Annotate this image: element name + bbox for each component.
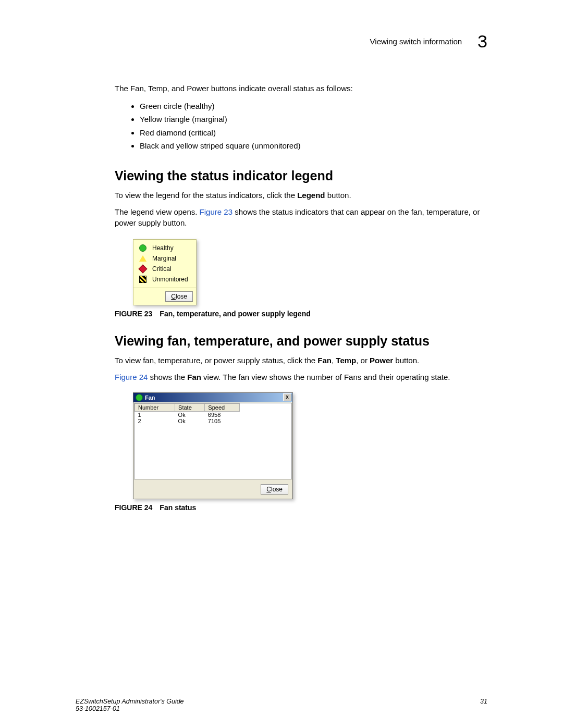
cell-number: 1: [135, 411, 175, 418]
list-item: Yellow triangle (marginal): [140, 113, 487, 126]
legend-list: Healthy Marginal Critical Unmonitored: [133, 240, 196, 288]
table-row[interactable]: 1 Ok 6958: [135, 411, 240, 418]
fan-icon: [136, 394, 143, 401]
fan-dialog-button-row: Close: [133, 480, 292, 499]
text: lose: [176, 293, 187, 300]
fan-table: Number State Speed 1 Ok 6958 2 Ok 7105: [134, 403, 240, 424]
cell-state: Ok: [175, 418, 205, 424]
bold-text: Temp: [336, 356, 356, 365]
text: To view fan, temperature, or power suppl…: [115, 356, 317, 365]
page-footer: EZSwitchSetup Administrator's Guide 53-1…: [76, 698, 487, 712]
figure-23-caption: FIGURE 23Fan, temperature, and power sup…: [115, 310, 487, 318]
table-row[interactable]: 2 Ok 7105: [135, 418, 240, 424]
critical-icon: [138, 266, 148, 272]
bold-text: Legend: [297, 191, 325, 200]
legend-row-unmonitored: Unmonitored: [138, 274, 192, 285]
chapter-number: 3: [478, 31, 487, 52]
bold-text: Fan: [187, 373, 201, 381]
header-section-title: Viewing switch information: [370, 37, 462, 46]
close-button[interactable]: Close: [165, 291, 193, 302]
table-header-row: Number State Speed: [135, 403, 240, 411]
legend-label: Unmonitored: [152, 276, 188, 283]
legend-label: Healthy: [152, 244, 174, 252]
cell-speed: 6958: [205, 411, 239, 418]
unmonitored-icon: [138, 276, 148, 283]
list-item: Green circle (healthy): [140, 100, 487, 113]
legend-button-row: Close: [133, 288, 196, 305]
legend-dialog: Healthy Marginal Critical Unmonitored Cl…: [133, 239, 197, 305]
footer-page-number: 31: [480, 698, 487, 712]
list-item: Red diamond (critical): [140, 126, 487, 140]
col-state[interactable]: State: [175, 403, 205, 411]
bold-text: Power: [370, 356, 393, 365]
paragraph: Figure 24 shows the Fan view. The fan vi…: [115, 372, 487, 383]
mnemonic: C: [171, 293, 176, 300]
dialog-title: Fan: [145, 394, 155, 401]
legend-row-healthy: Healthy: [138, 243, 192, 253]
col-number[interactable]: Number: [135, 403, 175, 411]
close-button[interactable]: Close: [261, 484, 288, 495]
text: button.: [325, 191, 351, 200]
fan-dialog-titlebar: Fan x: [133, 393, 292, 402]
text: To view the legend for the status indica…: [115, 191, 297, 200]
legend-label: Marginal: [152, 255, 176, 262]
marginal-icon: [138, 255, 148, 262]
text: The legend view opens.: [115, 207, 200, 216]
col-speed[interactable]: Speed: [205, 403, 239, 411]
intro-paragraph: The Fan, Temp, and Power buttons indicat…: [115, 83, 487, 94]
page-header: Viewing switch information 3: [115, 31, 487, 52]
text: button.: [393, 356, 419, 365]
figure-label: FIGURE 24: [115, 503, 152, 512]
figure-link[interactable]: Figure 23: [200, 207, 232, 216]
text: , or: [356, 356, 370, 365]
text: shows the: [148, 373, 187, 381]
text: lose: [271, 486, 283, 493]
cell-number: 2: [135, 418, 175, 424]
figure-24-caption: FIGURE 24Fan status: [115, 503, 487, 512]
fan-table-wrap: Number State Speed 1 Ok 6958 2 Ok 7105: [134, 403, 292, 479]
footer-docnum: 53-1002157-01: [76, 705, 184, 712]
section-heading-legend: Viewing the status indicator legend: [115, 168, 487, 183]
text: view. The fan view shows the number of F…: [201, 373, 450, 381]
legend-row-marginal: Marginal: [138, 253, 192, 264]
paragraph: To view the legend for the status indica…: [115, 190, 487, 201]
status-indicator-list: Green circle (healthy) Yellow triangle (…: [115, 100, 487, 153]
paragraph: The legend view opens. Figure 23 shows t…: [115, 206, 487, 229]
figure-caption-text: Fan, temperature, and power supply legen…: [160, 310, 310, 318]
cell-state: Ok: [175, 411, 205, 418]
healthy-icon: [138, 244, 148, 252]
close-icon[interactable]: x: [283, 393, 291, 401]
figure-label: FIGURE 23: [115, 310, 152, 318]
fan-dialog: Fan x Number State Speed 1 Ok 6958: [133, 392, 293, 499]
mnemonic: C: [266, 486, 271, 493]
section-heading-fanstatus: Viewing fan, temperature, and power supp…: [115, 334, 487, 349]
legend-row-critical: Critical: [138, 264, 192, 274]
paragraph: To view fan, temperature, or power suppl…: [115, 355, 487, 366]
figure-caption-text: Fan status: [160, 503, 196, 512]
footer-guide: EZSwitchSetup Administrator's Guide: [76, 698, 184, 705]
cell-speed: 7105: [205, 418, 239, 424]
bold-text: Fan: [317, 356, 332, 365]
list-item: Black and yellow striped square (unmonit…: [140, 139, 487, 153]
legend-label: Critical: [152, 265, 172, 273]
figure-link[interactable]: Figure 24: [115, 373, 148, 381]
